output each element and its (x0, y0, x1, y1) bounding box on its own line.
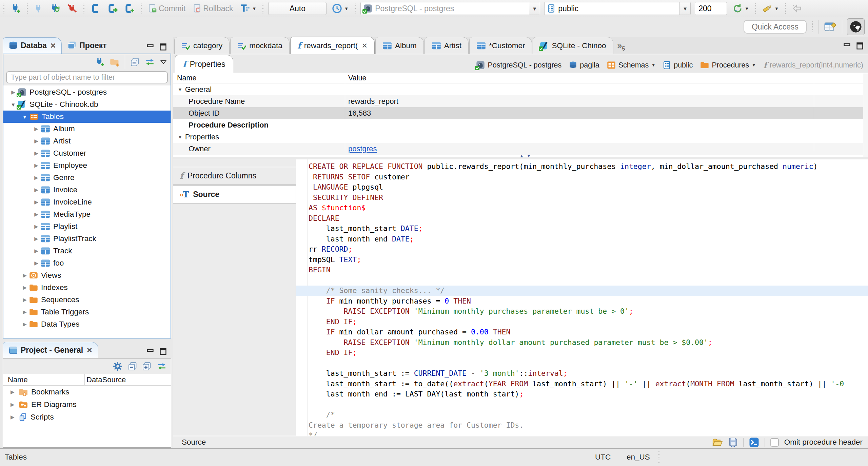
new-connection-toolbar-button[interactable] (95, 57, 104, 67)
column-divider[interactable] (814, 73, 814, 151)
property-row-general[interactable]: ▼General (173, 83, 868, 95)
column-divider[interactable] (345, 73, 345, 151)
tree-item-tables[interactable]: ▼Tables (3, 111, 171, 123)
new-sql-editor-button[interactable] (123, 1, 136, 16)
tree-item-genre[interactable]: ▶Genre (3, 172, 171, 184)
tab-properties[interactable]: f Properties (175, 55, 233, 73)
breadcrumb-item-schemas[interactable]: Schemas▼ (607, 61, 656, 70)
breadcrumb-item-procedures[interactable]: Procedures▼ (700, 61, 756, 70)
expand-arrow-icon[interactable]: ▶ (32, 138, 41, 144)
expand-arrow-icon[interactable]: ▶ (32, 150, 41, 156)
editor-tab-sqlite-chinoo[interactable]: SQLite - Chinoo (533, 37, 613, 54)
close-icon[interactable]: ✕ (50, 42, 56, 50)
tree-item-album[interactable]: ▶Album (3, 123, 171, 135)
schema-selector[interactable]: public ▼ (544, 2, 691, 15)
code-line[interactable]: rr RECORD; (296, 244, 868, 255)
code-line[interactable]: last_month_end := LAST_DAY(last_month_st… (296, 389, 868, 400)
tree-item-invoiceline[interactable]: ▶InvoiceLine (3, 196, 171, 208)
new-folder-button[interactable] (110, 57, 119, 67)
open-perspective-icon[interactable] (824, 21, 837, 33)
code-line[interactable]: last_month_start := to_date((extract(YEA… (296, 379, 868, 389)
tree-item-track[interactable]: ▶Track (3, 245, 171, 257)
tree-item-customer[interactable]: ▶Customer (3, 147, 171, 159)
auto-refresh-button[interactable]: ▼ (731, 1, 750, 16)
splitter-down-icon[interactable]: ▼ (527, 153, 531, 158)
expand-arrow-icon[interactable]: ▶ (32, 260, 41, 266)
property-row-properties[interactable]: ▼Properties (173, 131, 868, 143)
expand-arrow-icon[interactable]: ▶ (32, 236, 41, 242)
code-line[interactable]: */ (296, 430, 868, 436)
tab-project-general[interactable]: Project - General ✕ (3, 342, 98, 358)
dropdown-arrow-icon[interactable]: ▼ (752, 63, 756, 67)
code-line[interactable]: END IF; (296, 348, 868, 358)
commit-mode-button[interactable]: Auto (268, 2, 327, 15)
collapse-all-button[interactable] (131, 58, 139, 66)
breadcrumb-item-public[interactable]: public (663, 61, 693, 70)
property-row-procedure-description[interactable]: Procedure Description (173, 119, 868, 131)
expand-arrow-icon[interactable]: ▶ (32, 175, 41, 181)
code-line-current[interactable]: /* Some sanity checks... */ (296, 286, 868, 296)
quick-access-input[interactable] (744, 20, 807, 34)
expand-arrow-icon[interactable]: ▶ (32, 162, 41, 169)
breadcrumb-item-postgresql-postgres[interactable]: PostgreSQL - postgres (476, 61, 561, 70)
expand-arrow-icon[interactable]: ▶ (32, 211, 41, 217)
fetch-size-input[interactable] (695, 2, 727, 15)
transaction-mode-button[interactable]: ▼ (238, 1, 258, 16)
connection-selector[interactable]: PostgreSQL - postgres ▼ (360, 2, 540, 15)
code-line[interactable]: IF min_monthly_purchases = 0 THEN (296, 296, 868, 307)
expand-arrow-icon[interactable]: ▶ (20, 285, 29, 291)
code-line[interactable]: END IF; (296, 317, 868, 327)
tab-source[interactable]: ‹›T Source (173, 186, 296, 203)
source-code-editor[interactable]: CREATE OR REPLACE FUNCTION public.reward… (296, 159, 868, 436)
new-connection-button[interactable] (9, 1, 22, 16)
expand-arrow-icon[interactable]: ▶ (20, 309, 29, 315)
expand-arrow-icon[interactable]: ▶ (32, 126, 41, 132)
console-icon[interactable] (749, 437, 759, 447)
column-header-name[interactable]: Name (8, 375, 28, 384)
tab-database-navigator[interactable]: Databa ✕ (3, 37, 62, 54)
link-with-editor-button[interactable] (145, 58, 155, 66)
transaction-history-button[interactable]: ▼ (331, 1, 350, 16)
collapse-arrow-icon[interactable]: ▼ (178, 87, 182, 92)
editor-tab-mockdata[interactable]: mockdata (230, 37, 290, 54)
expand-all-button[interactable] (142, 362, 151, 371)
open-file-icon[interactable] (712, 438, 723, 447)
code-line[interactable]: SECURITY DEFINER (296, 193, 868, 203)
editor-tab-album[interactable]: Album (375, 37, 424, 54)
settings-gear-icon[interactable] (113, 361, 123, 371)
code-line[interactable]: BEGIN (296, 265, 868, 275)
collapse-arrow-icon[interactable]: ▼ (20, 114, 29, 120)
minimize-icon[interactable] (146, 43, 154, 51)
editor-tab-category[interactable]: category (174, 37, 230, 54)
expand-arrow-icon[interactable]: ▶ (20, 321, 29, 327)
reconnect-button[interactable] (49, 1, 62, 16)
editor-tab--customer[interactable]: *Customer (469, 37, 532, 54)
column-header-value[interactable]: Value (348, 74, 366, 82)
project-item-er-diagrams[interactable]: ▶ER Diagrams (3, 398, 171, 411)
highlight-button[interactable]: ▼ (761, 1, 780, 16)
open-sql-editor-button[interactable] (106, 1, 119, 16)
code-line[interactable]: RAISE EXCEPTION 'Minimum monthly purchas… (296, 306, 868, 317)
property-value-link[interactable]: postgres (348, 144, 377, 153)
tree-item-employee[interactable]: ▶Employee (3, 159, 171, 172)
close-icon[interactable]: ✕ (86, 346, 93, 354)
code-line[interactable]: RAISE EXCEPTION 'Minimum monthly dollar … (296, 337, 868, 348)
project-item-bookmarks[interactable]: ▶Bookmarks (3, 386, 171, 398)
code-line[interactable] (296, 400, 868, 410)
schema-selector-arrow[interactable]: ▼ (679, 2, 690, 15)
connection-selector-arrow[interactable]: ▼ (529, 2, 540, 15)
code-line[interactable]: AS $function$ (296, 203, 868, 213)
code-line[interactable]: tmpSQL TEXT; (296, 255, 868, 265)
tab-procedure-columns[interactable]: f Procedure Columns (173, 167, 296, 185)
tree-item-artist[interactable]: ▶Artist (3, 135, 171, 147)
tree-item-playlisttrack[interactable]: ▶PlaylistTrack (3, 233, 171, 245)
editor-tab-artist[interactable]: Artist (425, 37, 469, 54)
tree-item-foo[interactable]: ▶foo (3, 257, 171, 269)
breadcrumb-item-pagila[interactable]: pagila (569, 61, 599, 70)
tree-item-playlist[interactable]: ▶Playlist (3, 220, 171, 233)
expand-arrow-icon[interactable]: ▶ (32, 224, 41, 230)
close-icon[interactable]: ✕ (361, 42, 368, 50)
tree-item-invoice[interactable]: ▶Invoice (3, 184, 171, 196)
sql-editor-button[interactable] (89, 1, 102, 16)
property-row-owner[interactable]: Ownerpostgres (173, 143, 868, 155)
